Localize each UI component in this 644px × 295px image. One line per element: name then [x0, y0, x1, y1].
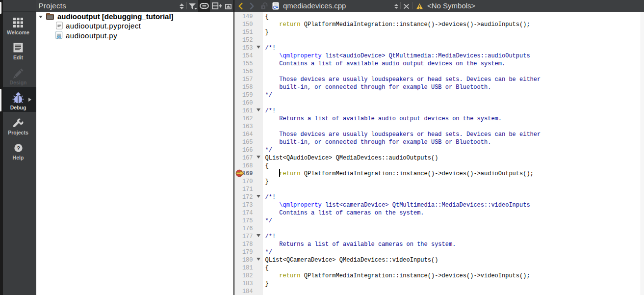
svg-text:C: C: [273, 4, 276, 9]
svg-text:py: py: [57, 35, 62, 39]
svg-text:?: ?: [16, 145, 20, 151]
